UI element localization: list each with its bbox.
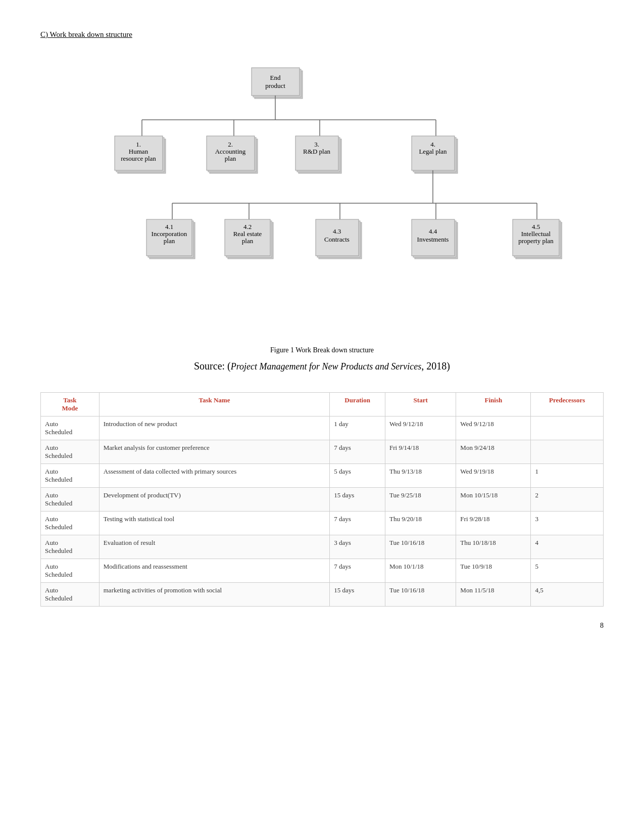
svg-text:Accounting: Accounting	[215, 148, 245, 155]
table-cell: AutoScheduled	[41, 464, 100, 488]
table-cell: 15 days	[330, 583, 385, 607]
table-cell: AutoScheduled	[41, 440, 100, 464]
svg-text:4.4: 4.4	[428, 227, 437, 235]
svg-text:4.1: 4.1	[165, 223, 173, 230]
col-finish: Finish	[456, 393, 531, 416]
svg-text:plan: plan	[224, 155, 236, 162]
svg-text:3.: 3.	[314, 141, 319, 148]
table-row: AutoScheduledDevelopment of product(TV)1…	[41, 488, 604, 512]
source-line: Source: (Project Management for New Prod…	[40, 360, 604, 372]
task-table: TaskMode Task Name Duration Start Finish…	[40, 392, 604, 607]
table-cell: 15 days	[330, 488, 385, 512]
table-cell: AutoScheduled	[41, 488, 100, 512]
table-cell: AutoScheduled	[41, 583, 100, 607]
svg-text:product: product	[265, 82, 285, 89]
svg-text:4.3: 4.3	[332, 227, 340, 235]
svg-text:R&D plan: R&D plan	[303, 148, 330, 155]
source-label: Source:	[194, 360, 225, 372]
table-cell: Tue 10/9/18	[456, 559, 531, 583]
table-cell: AutoScheduled	[41, 535, 100, 559]
svg-text:2.: 2.	[228, 141, 233, 148]
table-cell: Mon 9/24/18	[456, 440, 531, 464]
table-cell: Wed 9/12/18	[456, 416, 531, 440]
table-cell: Fri 9/28/18	[456, 512, 531, 535]
svg-text:Contracts: Contracts	[324, 236, 350, 243]
table-cell: Market analysis for customer preference	[99, 440, 329, 464]
table-cell: 3 days	[330, 535, 385, 559]
svg-text:4.2: 4.2	[243, 223, 251, 230]
svg-text:resource plan: resource plan	[121, 155, 156, 162]
table-cell: Tue 10/16/18	[385, 583, 456, 607]
table-cell: Thu 10/18/18	[456, 535, 531, 559]
page-number: 8	[40, 622, 604, 630]
table-cell	[531, 440, 604, 464]
table-cell	[531, 416, 604, 440]
table-cell: 5 days	[330, 464, 385, 488]
col-duration: Duration	[330, 393, 385, 416]
table-cell: Mon 10/1/18	[385, 559, 456, 583]
table-cell: Wed 9/19/18	[456, 464, 531, 488]
table-cell: AutoScheduled	[41, 559, 100, 583]
table-cell: Tue 10/16/18	[385, 535, 456, 559]
table-cell: Mon 10/15/18	[456, 488, 531, 512]
table-cell: Wed 9/12/18	[385, 416, 456, 440]
table-cell: Testing with statistical tool	[99, 512, 329, 535]
svg-text:Human: Human	[128, 148, 148, 155]
table-cell: 7 days	[330, 512, 385, 535]
table-cell: 1	[531, 464, 604, 488]
svg-text:1.: 1.	[136, 141, 141, 148]
table-cell: Mon 11/5/18	[456, 583, 531, 607]
col-task-name: Task Name	[99, 393, 329, 416]
table-cell: Tue 9/25/18	[385, 488, 456, 512]
table-row: AutoScheduledmarketing activities of pro…	[41, 583, 604, 607]
svg-text:Legal plan: Legal plan	[419, 148, 447, 155]
wbs-diagram: End product 1. Human resource plan 2. Ac…	[40, 54, 604, 337]
col-predecessors: Predecessors	[531, 393, 604, 416]
table-cell: AutoScheduled	[41, 512, 100, 535]
table-cell: Evaluation of result	[99, 535, 329, 559]
table-cell: Introduction of new product	[99, 416, 329, 440]
svg-text:Real estate: Real estate	[233, 230, 262, 238]
table-cell: Assessment of data collected with primar…	[99, 464, 329, 488]
col-start: Start	[385, 393, 456, 416]
table-row: AutoScheduledEvaluation of result3 daysT…	[41, 535, 604, 559]
table-cell: 1 day	[330, 416, 385, 440]
figure-caption: Figure 1 Work Break down structure	[40, 346, 604, 354]
table-cell: Thu 9/20/18	[385, 512, 456, 535]
table-cell: Fri 9/14/18	[385, 440, 456, 464]
svg-text:plan: plan	[241, 237, 253, 245]
table-row: AutoScheduledMarket analysis for custome…	[41, 440, 604, 464]
svg-text:Incorporation: Incorporation	[151, 230, 187, 238]
table-cell: AutoScheduled	[41, 416, 100, 440]
table-cell: 7 days	[330, 559, 385, 583]
svg-text:property plan: property plan	[518, 237, 554, 245]
table-cell: 3	[531, 512, 604, 535]
table-row: AutoScheduledIntroduction of new product…	[41, 416, 604, 440]
table-row: AutoScheduledAssessment of data collecte…	[41, 464, 604, 488]
table-row: AutoScheduledTesting with statistical to…	[41, 512, 604, 535]
table-cell: 2	[531, 488, 604, 512]
section-title: C) Work break down structure	[40, 30, 604, 39]
source-year: , 2018	[421, 360, 447, 372]
source-italic: Project Management for New Products and …	[231, 361, 422, 372]
svg-text:4.: 4.	[430, 141, 435, 148]
svg-text:4.5: 4.5	[531, 223, 539, 230]
table-cell: 4	[531, 535, 604, 559]
svg-text:Investments: Investments	[417, 236, 449, 243]
table-cell: Thu 9/13/18	[385, 464, 456, 488]
svg-text:plan: plan	[163, 237, 175, 245]
table-cell: 4,5	[531, 583, 604, 607]
table-cell: Modifications and reassessment	[99, 559, 329, 583]
svg-text:Intellectual: Intellectual	[521, 230, 551, 238]
table-header-row: TaskMode Task Name Duration Start Finish…	[41, 393, 604, 416]
table-row: AutoScheduledModifications and reassessm…	[41, 559, 604, 583]
table-cell: 7 days	[330, 440, 385, 464]
col-task-mode: TaskMode	[41, 393, 100, 416]
table-cell: 5	[531, 559, 604, 583]
table-cell: Development of product(TV)	[99, 488, 329, 512]
table-cell: marketing activities of promotion with s…	[99, 583, 329, 607]
svg-text:End: End	[270, 74, 280, 81]
